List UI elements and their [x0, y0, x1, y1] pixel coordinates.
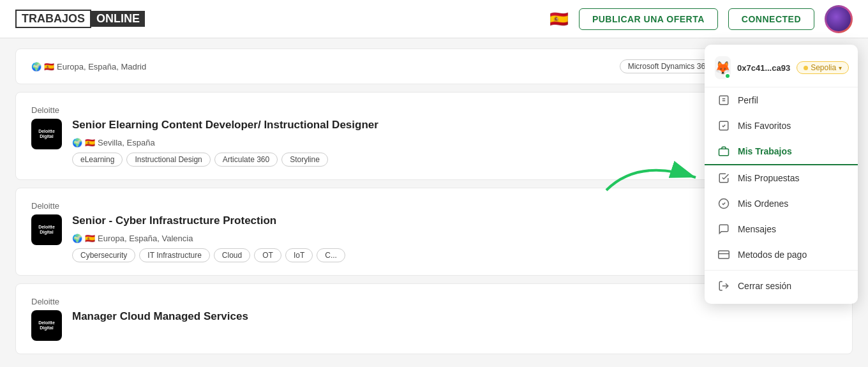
- logo-online: ONLINE: [91, 11, 145, 27]
- tag-c[interactable]: C...: [317, 248, 345, 262]
- menu-item-pagos[interactable]: Metodos de pago: [705, 242, 858, 267]
- tag-instructional-design[interactable]: Instructional Design: [126, 153, 210, 167]
- menu-item-perfil[interactable]: Perfil: [705, 87, 858, 113]
- company-logo-2: Deloitte Digital: [31, 214, 62, 245]
- svg-rect-7: [719, 251, 730, 258]
- tag-ot[interactable]: OT: [254, 248, 281, 262]
- menu-item-propuestas[interactable]: Mis Propuestas: [705, 165, 858, 191]
- logo[interactable]: TRABAJOS ONLINE: [15, 10, 145, 28]
- flag-icon-2: 🇪🇸: [85, 234, 95, 243]
- wallet-address: 0x7c41...ca93: [737, 63, 790, 73]
- company-logo-text-2: Deloitte Digital: [38, 225, 55, 236]
- header: TRABAJOS ONLINE 🇪🇸 PUBLICAR UNA OFERTA C…: [0, 0, 868, 38]
- user-avatar[interactable]: [825, 5, 853, 33]
- dropdown-menu: 🦊 0x7c41...ca93 Sepolia ▾ Perfil Mis Fav…: [705, 45, 858, 304]
- avatar-inner: [827, 7, 851, 31]
- company-logo-text-1: Deloitte Digital: [38, 129, 55, 140]
- tag-storyline[interactable]: Storyline: [281, 153, 328, 167]
- trabajos-label: Mis Trabajos: [738, 146, 792, 156]
- tag-iot[interactable]: IoT: [285, 248, 313, 262]
- tag-articulate[interactable]: Articulate 360: [214, 153, 278, 167]
- card-top-location: 🌍 🇪🇸 Europa, España, Madrid: [31, 62, 610, 71]
- online-dot: [724, 73, 731, 79]
- globe-icon-2: 🌍: [72, 234, 82, 243]
- header-right: 🇪🇸 PUBLICAR UNA OFERTA CONNECTED: [550, 5, 853, 33]
- tag-it-infra[interactable]: IT Infrastructure: [139, 248, 209, 262]
- favoritos-label: Mis Favoritos: [738, 121, 791, 131]
- job-info-3: Manager Cloud Managed Services: [72, 310, 837, 329]
- menu-divider: [705, 270, 858, 271]
- menu-item-mensajes[interactable]: Mensajes: [705, 216, 858, 242]
- menu-item-cerrar[interactable]: Cerrar sesión: [705, 273, 858, 299]
- trabajos-icon: [717, 145, 730, 158]
- perfil-label: Perfil: [738, 95, 758, 105]
- job-row-3: Deloitte Digital Manager Cloud Managed S…: [31, 310, 837, 341]
- perfil-icon: [717, 94, 730, 107]
- mensajes-label: Mensajes: [738, 224, 776, 234]
- propuestas-label: Mis Propuestas: [738, 173, 799, 183]
- dropdown-header: 🦊 0x7c41...ca93 Sepolia ▾: [705, 50, 858, 87]
- menu-item-ordenes[interactable]: Mis Ordenes: [705, 191, 858, 216]
- network-dot: [804, 66, 808, 70]
- globe-icon-1: 🌍: [72, 138, 82, 147]
- ordenes-icon: [717, 197, 730, 210]
- location-text: Europa, España, Madrid: [57, 62, 146, 71]
- chevron-down-icon[interactable]: ▾: [839, 64, 842, 71]
- card-top-info: 🌍 🇪🇸 Europa, España, Madrid: [31, 62, 610, 71]
- company-logo-text-3: Deloitte Digital: [38, 320, 55, 331]
- publicar-oferta-button[interactable]: PUBLICAR UNA OFERTA: [579, 8, 718, 30]
- cerrar-label: Cerrar sesión: [738, 281, 791, 291]
- company-logo-1: Deloitte Digital: [31, 119, 62, 149]
- wallet-info: 0x7c41...ca93: [737, 63, 790, 73]
- favoritos-icon: [717, 119, 730, 132]
- logo-trabajos: TRABAJOS: [15, 10, 91, 28]
- menu-item-favoritos[interactable]: Mis Favoritos: [705, 113, 858, 139]
- job-title-3[interactable]: Manager Cloud Managed Services: [72, 310, 837, 323]
- connected-button[interactable]: CONNECTED: [728, 8, 814, 30]
- flag-icon-es: 🇪🇸: [44, 62, 54, 71]
- svg-rect-5: [719, 149, 729, 156]
- company-logo-3: Deloitte Digital: [31, 310, 62, 341]
- pagos-label: Metodos de pago: [738, 250, 807, 260]
- spain-flag[interactable]: 🇪🇸: [550, 10, 569, 28]
- network-name: Sepolia: [811, 63, 836, 72]
- mensajes-icon: [717, 223, 730, 236]
- globe-icon: 🌍: [31, 62, 41, 71]
- tag-elearning[interactable]: eLearning: [72, 153, 123, 167]
- metamask-icon: 🦊: [715, 56, 731, 79]
- network-badge: Sepolia ▾: [797, 61, 849, 74]
- flag-icon-1: 🇪🇸: [85, 138, 95, 147]
- propuestas-icon: [717, 172, 730, 184]
- ordenes-label: Mis Ordenes: [738, 198, 788, 209]
- tag-cybersecurity[interactable]: Cybersecurity: [72, 248, 135, 262]
- pagos-icon: [717, 248, 730, 261]
- cerrar-icon: [717, 280, 730, 292]
- tag-cloud[interactable]: Cloud: [214, 248, 250, 262]
- tag-ms-dynamics[interactable]: Microsoft Dynamics 365: [620, 59, 718, 73]
- menu-item-trabajos[interactable]: Mis Trabajos: [705, 139, 858, 165]
